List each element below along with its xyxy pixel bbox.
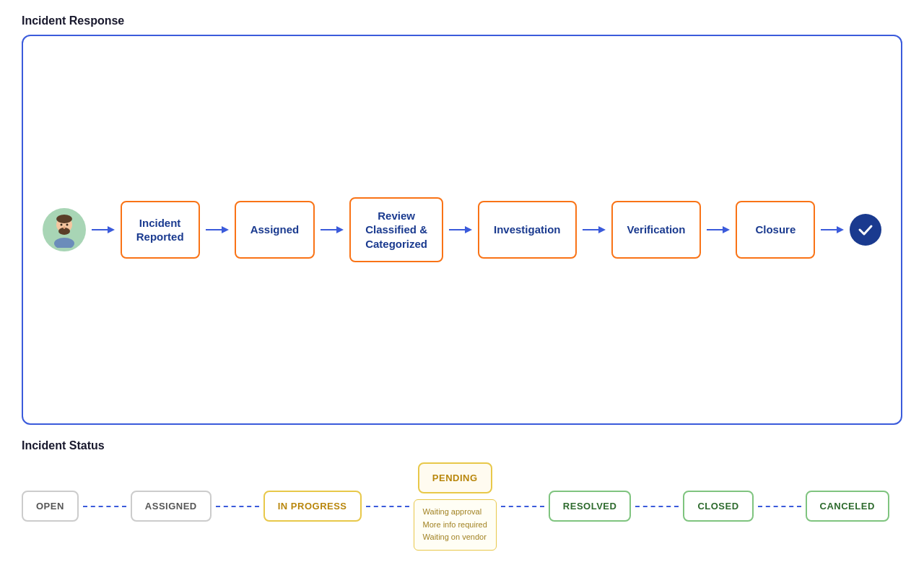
status-row: OPEN ASSIGNED IN PROGRESS P (22, 462, 902, 551)
flow-box-label: Assigned (250, 223, 300, 237)
flow-box-label: ReviewClassified &Categorized (365, 209, 427, 251)
flow-box-label: Closure (755, 223, 796, 237)
status-closed: CLOSED (683, 491, 753, 522)
svg-point-1 (56, 215, 72, 223)
svg-marker-14 (465, 226, 472, 233)
status-assigned: ASSIGNED (131, 491, 212, 522)
status-pending: PENDING (418, 462, 492, 493)
connector-4 (497, 506, 549, 507)
flow-box-review: ReviewClassified &Categorized (349, 197, 443, 263)
flow-box-closure: Closure (736, 201, 815, 259)
arrow-3 (315, 223, 349, 237)
avatar (43, 208, 86, 251)
arrow-4 (443, 223, 478, 237)
connector-3 (362, 506, 414, 507)
svg-marker-20 (837, 226, 844, 233)
pending-sub-line-3: Waiting on vendor (423, 531, 487, 544)
connector-5 (631, 506, 683, 507)
flow-box-assigned: Assigned (235, 201, 315, 259)
incident-response-title: Incident Response (22, 14, 902, 27)
arrow-2 (200, 223, 235, 237)
arrow-5 (577, 223, 611, 237)
completion-circle (850, 214, 881, 246)
pending-sub-line-2: More info required (423, 519, 487, 532)
connector-6 (754, 506, 806, 507)
flow-box-label: Investigation (494, 223, 561, 237)
status-open: OPEN (22, 491, 79, 522)
incident-status-title: Incident Status (22, 439, 902, 452)
arrow-1 (86, 223, 121, 237)
page-wrapper: Incident Response (22, 14, 902, 551)
flow-box-investigation: Investigation (478, 201, 577, 259)
flow-box-label: Verification (627, 223, 686, 237)
svg-marker-16 (598, 226, 606, 233)
svg-marker-10 (222, 226, 229, 233)
connector-1 (79, 506, 131, 507)
connector-2 (212, 506, 263, 507)
status-resolved: RESOLVED (549, 491, 632, 522)
status-inprogress: IN PROGRESS (263, 491, 362, 522)
svg-point-4 (60, 224, 62, 226)
arrow-7 (815, 223, 850, 237)
flow-box-label: IncidentReported (136, 216, 184, 244)
incident-response-flow: IncidentReported Assigned (22, 35, 902, 425)
svg-marker-12 (336, 226, 344, 233)
incident-status-section: Incident Status OPEN ASSIGNED IN PROGRES… (22, 439, 902, 551)
status-canceled: CANCELED (806, 491, 889, 522)
flow-row: IncidentReported Assigned (43, 197, 882, 263)
svg-point-5 (66, 224, 68, 226)
flow-box-verification: Verification (611, 201, 702, 259)
pending-wrapper: PENDING Waiting approval More info requi… (414, 462, 497, 551)
flow-box-incident-reported: IncidentReported (121, 201, 200, 259)
svg-marker-8 (108, 226, 115, 233)
svg-point-6 (63, 226, 65, 229)
arrow-6 (701, 223, 736, 237)
svg-marker-18 (723, 226, 730, 233)
pending-sub-info: Waiting approval More info required Wait… (414, 499, 497, 551)
pending-sub-line-1: Waiting approval (423, 506, 487, 519)
svg-point-3 (54, 238, 74, 248)
